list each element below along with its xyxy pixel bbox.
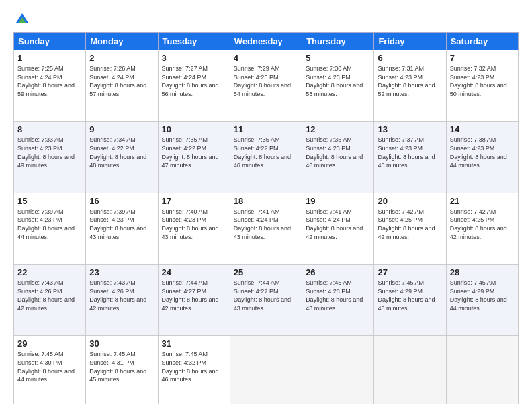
calendar-cell: 16Sunrise: 7:39 AM Sunset: 4:23 PM Dayli… <box>86 193 158 264</box>
day-number: 24 <box>162 267 226 277</box>
calendar-cell: 28Sunrise: 7:45 AM Sunset: 4:29 PM Dayli… <box>446 265 518 336</box>
calendar-cell: 13Sunrise: 7:37 AM Sunset: 4:23 PM Dayli… <box>374 122 446 193</box>
cell-details: Sunrise: 7:30 AM Sunset: 4:23 PM Dayligh… <box>306 64 370 98</box>
day-number: 16 <box>89 196 154 206</box>
cell-details: Sunrise: 7:39 AM Sunset: 4:23 PM Dayligh… <box>89 208 154 241</box>
calendar-cell: 4Sunrise: 7:29 AM Sunset: 4:23 PM Daylig… <box>230 50 302 122</box>
day-header-monday: Monday <box>86 33 158 50</box>
day-number: 19 <box>306 196 370 206</box>
cell-details: Sunrise: 7:42 AM Sunset: 4:25 PM Dayligh… <box>378 208 442 241</box>
calendar-cell: 22Sunrise: 7:43 AM Sunset: 4:26 PM Dayli… <box>14 265 86 336</box>
cell-details: Sunrise: 7:41 AM Sunset: 4:24 PM Dayligh… <box>234 208 298 241</box>
day-number: 27 <box>378 267 442 277</box>
calendar-week-row: 29Sunrise: 7:45 AM Sunset: 4:30 PM Dayli… <box>14 336 519 404</box>
calendar-cell: 7Sunrise: 7:32 AM Sunset: 4:23 PM Daylig… <box>446 50 518 122</box>
calendar-cell: 5Sunrise: 7:30 AM Sunset: 4:23 PM Daylig… <box>302 50 374 122</box>
calendar-cell <box>302 336 374 404</box>
day-number: 18 <box>234 196 298 206</box>
cell-details: Sunrise: 7:39 AM Sunset: 4:23 PM Dayligh… <box>17 208 82 241</box>
day-number: 7 <box>450 53 515 63</box>
calendar-cell: 11Sunrise: 7:35 AM Sunset: 4:22 PM Dayli… <box>230 122 302 193</box>
calendar-cell: 27Sunrise: 7:45 AM Sunset: 4:29 PM Dayli… <box>374 265 446 336</box>
calendar-cell: 21Sunrise: 7:42 AM Sunset: 4:25 PM Dayli… <box>446 193 518 264</box>
calendar-week-row: 8Sunrise: 7:33 AM Sunset: 4:23 PM Daylig… <box>14 122 519 193</box>
cell-details: Sunrise: 7:45 AM Sunset: 4:32 PM Dayligh… <box>162 350 226 383</box>
cell-details: Sunrise: 7:41 AM Sunset: 4:24 PM Dayligh… <box>306 208 370 241</box>
day-header-friday: Friday <box>374 33 446 50</box>
logo-text <box>13 11 30 26</box>
day-header-saturday: Saturday <box>446 33 518 50</box>
calendar-cell: 30Sunrise: 7:45 AM Sunset: 4:31 PM Dayli… <box>86 336 158 404</box>
logo <box>13 11 30 26</box>
calendar-week-row: 1Sunrise: 7:25 AM Sunset: 4:24 PM Daylig… <box>14 50 519 122</box>
calendar-cell: 2Sunrise: 7:26 AM Sunset: 4:24 PM Daylig… <box>86 50 158 122</box>
day-header-wednesday: Wednesday <box>230 33 302 50</box>
cell-details: Sunrise: 7:43 AM Sunset: 4:26 PM Dayligh… <box>17 279 82 312</box>
day-number: 28 <box>450 267 515 277</box>
cell-details: Sunrise: 7:40 AM Sunset: 4:23 PM Dayligh… <box>162 208 226 241</box>
day-number: 26 <box>306 267 370 277</box>
cell-details: Sunrise: 7:25 AM Sunset: 4:24 PM Dayligh… <box>17 64 82 98</box>
day-number: 21 <box>450 196 515 206</box>
day-number: 20 <box>378 196 442 206</box>
day-number: 22 <box>17 267 82 277</box>
day-number: 6 <box>378 53 442 63</box>
calendar-cell: 29Sunrise: 7:45 AM Sunset: 4:30 PM Dayli… <box>14 336 86 404</box>
calendar-week-row: 15Sunrise: 7:39 AM Sunset: 4:23 PM Dayli… <box>14 193 519 264</box>
calendar-cell: 12Sunrise: 7:36 AM Sunset: 4:23 PM Dayli… <box>302 122 374 193</box>
cell-details: Sunrise: 7:26 AM Sunset: 4:24 PM Dayligh… <box>89 64 154 98</box>
calendar-cell: 20Sunrise: 7:42 AM Sunset: 4:25 PM Dayli… <box>374 193 446 264</box>
day-number: 23 <box>89 267 154 277</box>
day-number: 10 <box>162 124 226 134</box>
day-number: 8 <box>17 124 82 134</box>
day-number: 31 <box>162 338 226 349</box>
calendar-cell: 24Sunrise: 7:44 AM Sunset: 4:27 PM Dayli… <box>158 265 230 336</box>
day-number: 25 <box>234 267 298 277</box>
cell-details: Sunrise: 7:33 AM Sunset: 4:23 PM Dayligh… <box>17 136 82 169</box>
cell-details: Sunrise: 7:42 AM Sunset: 4:25 PM Dayligh… <box>450 208 515 241</box>
cell-details: Sunrise: 7:45 AM Sunset: 4:29 PM Dayligh… <box>450 279 515 312</box>
day-number: 13 <box>378 124 442 134</box>
cell-details: Sunrise: 7:27 AM Sunset: 4:24 PM Dayligh… <box>162 64 226 98</box>
calendar-week-row: 22Sunrise: 7:43 AM Sunset: 4:26 PM Dayli… <box>14 265 519 336</box>
cell-details: Sunrise: 7:36 AM Sunset: 4:23 PM Dayligh… <box>306 136 370 169</box>
day-number: 1 <box>17 53 82 63</box>
cell-details: Sunrise: 7:29 AM Sunset: 4:23 PM Dayligh… <box>234 64 298 98</box>
day-number: 15 <box>17 196 82 206</box>
day-number: 30 <box>89 338 154 349</box>
calendar-cell: 6Sunrise: 7:31 AM Sunset: 4:23 PM Daylig… <box>374 50 446 122</box>
calendar-cell: 10Sunrise: 7:35 AM Sunset: 4:22 PM Dayli… <box>158 122 230 193</box>
calendar-cell: 25Sunrise: 7:44 AM Sunset: 4:27 PM Dayli… <box>230 265 302 336</box>
calendar-cell: 17Sunrise: 7:40 AM Sunset: 4:23 PM Dayli… <box>158 193 230 264</box>
calendar-cell <box>374 336 446 404</box>
header <box>13 11 519 26</box>
day-header-sunday: Sunday <box>14 33 86 50</box>
calendar-cell: 26Sunrise: 7:45 AM Sunset: 4:28 PM Dayli… <box>302 265 374 336</box>
day-number: 5 <box>306 53 370 63</box>
cell-details: Sunrise: 7:35 AM Sunset: 4:22 PM Dayligh… <box>234 136 298 169</box>
cell-details: Sunrise: 7:32 AM Sunset: 4:23 PM Dayligh… <box>450 64 515 98</box>
day-number: 3 <box>162 53 226 63</box>
calendar-cell: 9Sunrise: 7:34 AM Sunset: 4:22 PM Daylig… <box>86 122 158 193</box>
cell-details: Sunrise: 7:43 AM Sunset: 4:26 PM Dayligh… <box>89 279 154 312</box>
day-number: 11 <box>234 124 298 134</box>
calendar-cell: 31Sunrise: 7:45 AM Sunset: 4:32 PM Dayli… <box>158 336 230 404</box>
day-number: 14 <box>450 124 515 134</box>
day-number: 9 <box>89 124 154 134</box>
calendar-cell: 19Sunrise: 7:41 AM Sunset: 4:24 PM Dayli… <box>302 193 374 264</box>
cell-details: Sunrise: 7:45 AM Sunset: 4:31 PM Dayligh… <box>89 350 154 383</box>
page: SundayMondayTuesdayWednesdayThursdayFrid… <box>0 0 532 411</box>
cell-details: Sunrise: 7:34 AM Sunset: 4:22 PM Dayligh… <box>89 136 154 169</box>
calendar-cell: 3Sunrise: 7:27 AM Sunset: 4:24 PM Daylig… <box>158 50 230 122</box>
cell-details: Sunrise: 7:35 AM Sunset: 4:22 PM Dayligh… <box>162 136 226 169</box>
day-number: 12 <box>306 124 370 134</box>
day-header-thursday: Thursday <box>302 33 374 50</box>
calendar-table: SundayMondayTuesdayWednesdayThursdayFrid… <box>13 32 519 404</box>
cell-details: Sunrise: 7:45 AM Sunset: 4:29 PM Dayligh… <box>378 279 442 312</box>
calendar-cell: 23Sunrise: 7:43 AM Sunset: 4:26 PM Dayli… <box>86 265 158 336</box>
cell-details: Sunrise: 7:37 AM Sunset: 4:23 PM Dayligh… <box>378 136 442 169</box>
day-number: 4 <box>234 53 298 63</box>
calendar-cell <box>230 336 302 404</box>
cell-details: Sunrise: 7:44 AM Sunset: 4:27 PM Dayligh… <box>162 279 226 312</box>
cell-details: Sunrise: 7:38 AM Sunset: 4:23 PM Dayligh… <box>450 136 515 169</box>
